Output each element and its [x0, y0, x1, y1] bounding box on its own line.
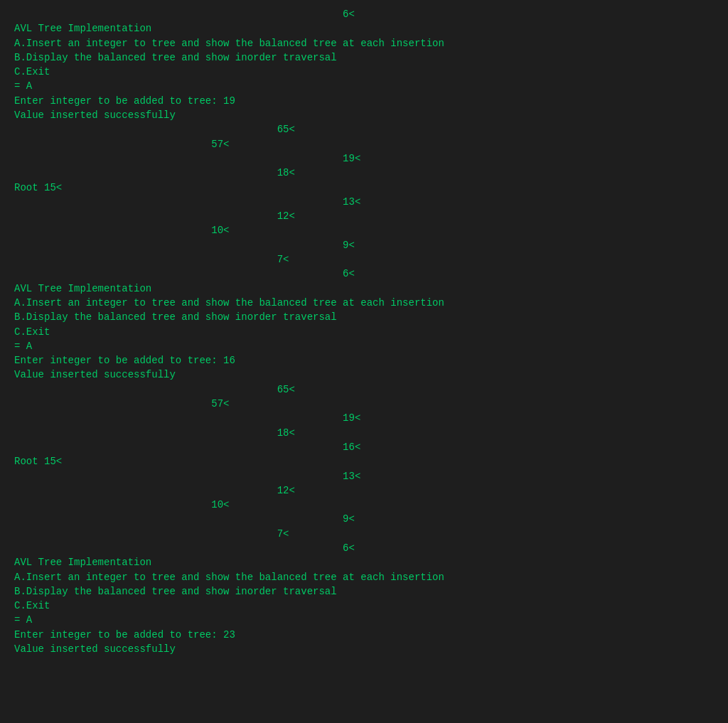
terminal-line: 65< [14, 382, 714, 397]
terminal-line: 12< [14, 483, 714, 498]
terminal-line: A.Insert an integer to tree and show the… [14, 36, 714, 50]
terminal-line: 10< [14, 498, 714, 512]
terminal-line: Enter integer to be added to tree: 19 [14, 94, 714, 108]
terminal-line: 16< [14, 440, 714, 454]
terminal-line: AVL Tree Implementation [14, 282, 714, 296]
terminal-line: 65< [14, 122, 714, 136]
terminal-line: 9< [14, 238, 714, 252]
terminal-line: A.Insert an integer to tree and show the… [14, 570, 714, 584]
terminal-line: AVL Tree Implementation [14, 555, 714, 569]
terminal-line: Value inserted successfully [14, 368, 714, 382]
terminal-line: = A [14, 79, 714, 93]
terminal-line: Enter integer to be added to tree: 16 [14, 353, 714, 368]
terminal-line: AVL Tree Implementation [14, 21, 714, 36]
terminal-line: 7< [14, 527, 714, 541]
terminal-line: 7< [14, 252, 714, 267]
terminal-line: 19< [14, 411, 714, 425]
terminal-line: = A [14, 339, 714, 353]
terminal-line: 12< [14, 209, 714, 223]
terminal-line: B.Display the balanced tree and show ino… [14, 584, 714, 599]
terminal-line: Value inserted successfully [14, 108, 714, 122]
terminal-output: 6<AVL Tree ImplementationA.Insert an int… [14, 7, 714, 656]
terminal-line: Root 15< [14, 454, 714, 468]
terminal-line: Enter integer to be added to tree: 23 [14, 628, 714, 642]
terminal-line: = A [14, 613, 714, 627]
terminal-line: Value inserted successfully [14, 642, 714, 656]
terminal-line: 57< [14, 137, 714, 151]
terminal-line: 19< [14, 151, 714, 166]
terminal-line: A.Insert an integer to tree and show the… [14, 296, 714, 310]
terminal-line: 18< [14, 166, 714, 180]
terminal-line: 6< [14, 7, 714, 21]
terminal-line: 9< [14, 512, 714, 526]
terminal-line: 10< [14, 223, 714, 237]
terminal-line: 57< [14, 397, 714, 411]
terminal-line: Root 15< [14, 181, 714, 195]
terminal-line: 6< [14, 267, 714, 281]
terminal-line: 13< [14, 195, 714, 209]
terminal-line: B.Display the balanced tree and show ino… [14, 50, 714, 65]
terminal-line: B.Display the balanced tree and show ino… [14, 310, 714, 324]
terminal-line: 18< [14, 426, 714, 440]
terminal-line: 13< [14, 469, 714, 483]
terminal-line: C.Exit [14, 599, 714, 613]
terminal-line: 6< [14, 541, 714, 555]
terminal-line: C.Exit [14, 325, 714, 339]
terminal-line: C.Exit [14, 65, 714, 79]
